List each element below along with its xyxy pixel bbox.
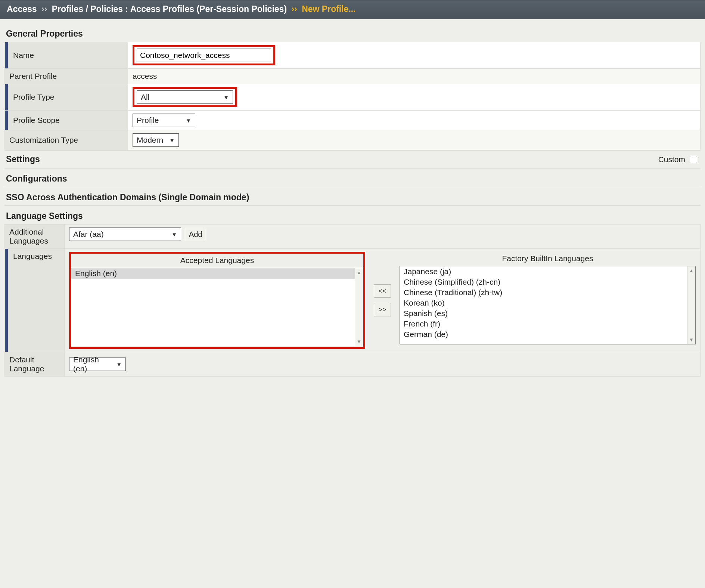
- language-settings-table: Additional Languages Afar (aa) ▼ Add Lan…: [4, 224, 701, 377]
- name-input[interactable]: [137, 49, 271, 62]
- profile-scope-select[interactable]: Profile ▼: [133, 114, 195, 127]
- scrollbar[interactable]: ▲ ▼: [355, 268, 363, 346]
- scroll-down-icon[interactable]: ▼: [689, 335, 694, 344]
- factory-language-item[interactable]: French (fr): [400, 319, 695, 329]
- label-name: Name: [5, 42, 128, 69]
- factory-languages-listbox[interactable]: Japanese (ja)Chinese (Simplified) (zh-cn…: [400, 266, 696, 344]
- move-left-button[interactable]: <<: [374, 284, 391, 298]
- chevron-down-icon: ▼: [169, 137, 175, 143]
- section-settings: Settings: [6, 154, 40, 164]
- accepted-languages-listbox[interactable]: English (en) ▲ ▼: [71, 268, 363, 346]
- factory-language-item[interactable]: Chinese (Traditional) (zh-tw): [400, 287, 695, 298]
- move-right-button[interactable]: >>: [374, 303, 391, 316]
- profile-type-select[interactable]: All ▼: [137, 90, 233, 104]
- value-parent-profile: access: [128, 69, 701, 84]
- scroll-down-icon[interactable]: ▼: [357, 337, 361, 346]
- label-parent-profile: Parent Profile: [5, 69, 128, 84]
- scrollbar[interactable]: ▲ ▼: [687, 266, 695, 344]
- factory-language-item[interactable]: Japanese (ja): [400, 266, 695, 277]
- factory-language-item[interactable]: Spanish (es): [400, 308, 695, 319]
- add-language-button[interactable]: Add: [185, 228, 206, 241]
- section-general-properties: General Properties: [4, 24, 701, 42]
- chevron-down-icon: ▼: [186, 117, 191, 124]
- customization-type-select[interactable]: Modern ▼: [133, 133, 179, 147]
- factory-language-item[interactable]: Korean (ko): [400, 298, 695, 308]
- section-language-settings: Language Settings: [4, 205, 701, 224]
- chevron-down-icon: ▼: [116, 361, 122, 368]
- breadcrumb-mid[interactable]: Profiles / Policies : Access Profiles (P…: [52, 4, 287, 14]
- section-sso: SSO Across Authentication Domains (Singl…: [4, 187, 701, 205]
- profile-type-value: All: [141, 93, 149, 102]
- default-language-value: English (en): [73, 355, 111, 373]
- customization-type-value: Modern: [137, 136, 163, 145]
- factory-languages-header: Factory BuiltIn Languages: [400, 252, 696, 266]
- chevron-down-icon: ▼: [223, 94, 229, 100]
- label-profile-scope: Profile Scope: [5, 111, 128, 130]
- general-properties-table: Name Parent Profile access Profile Type …: [4, 42, 701, 150]
- highlight-accepted-languages: Accepted Languages English (en) ▲ ▼: [69, 252, 365, 349]
- profile-scope-value: Profile: [137, 116, 159, 125]
- accepted-language-item[interactable]: English (en): [71, 268, 363, 279]
- label-additional-languages: Additional Languages: [5, 225, 65, 249]
- scroll-up-icon[interactable]: ▲: [357, 268, 361, 277]
- default-language-select[interactable]: English (en) ▼: [69, 358, 126, 371]
- accepted-languages-header: Accepted Languages: [71, 254, 363, 268]
- factory-language-item[interactable]: Chinese (Simplified) (zh-cn): [400, 277, 695, 287]
- label-languages: Languages: [5, 249, 65, 352]
- breadcrumb-current: New Profile...: [302, 4, 355, 14]
- section-configurations: Configurations: [4, 168, 701, 187]
- highlight-profile-type: All ▼: [133, 87, 237, 107]
- highlight-name: [133, 45, 275, 65]
- chevron-down-icon: ▼: [171, 231, 177, 238]
- breadcrumb-root[interactable]: Access: [7, 4, 37, 14]
- breadcrumb: Access ›› Profiles / Policies : Access P…: [0, 0, 705, 19]
- breadcrumb-sep-2: ››: [289, 4, 299, 14]
- label-customization-type: Customization Type: [5, 130, 128, 150]
- label-profile-type: Profile Type: [5, 84, 128, 111]
- breadcrumb-sep-1: ››: [39, 4, 49, 14]
- additional-languages-value: Afar (aa): [73, 230, 104, 239]
- additional-languages-select[interactable]: Afar (aa) ▼: [69, 228, 181, 241]
- custom-checkbox[interactable]: [690, 156, 697, 163]
- scroll-up-icon[interactable]: ▲: [689, 266, 694, 275]
- factory-language-item[interactable]: German (de): [400, 329, 695, 340]
- label-default-language: Default Language: [5, 352, 65, 377]
- custom-label: Custom: [658, 155, 685, 164]
